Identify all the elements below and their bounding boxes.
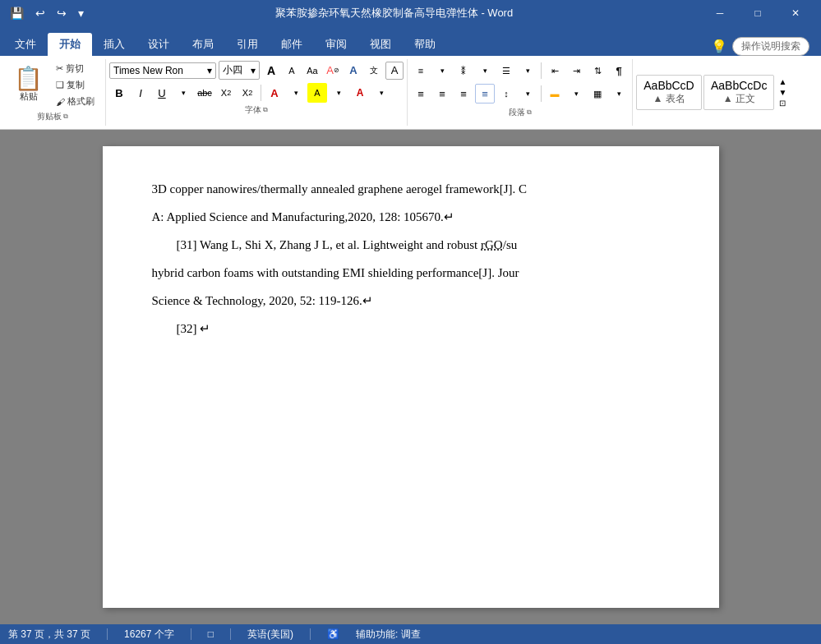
doc-line-1: 3D copper nanowires/thermally annealed g… [152, 179, 670, 199]
font-grow-button[interactable]: A [262, 62, 280, 80]
tab-help[interactable]: 帮助 [403, 33, 447, 56]
clipboard-group: 📋 粘贴 ✂ 剪切 ❑ 复制 🖌 格式刷 剪贴板 ⧉ [0, 59, 106, 126]
styles-scroll[interactable]: ▲ ▼ ⊡ [776, 77, 789, 108]
highlight-color-button[interactable]: A [307, 83, 327, 103]
styles-group: AaBbCcD ▲ 表名 AaBbCcDc ▲ 正文 ▲ ▼ ⊡ [633, 59, 792, 126]
format-painter-button[interactable]: 🖌 格式刷 [52, 94, 99, 109]
multilevel-dropdown[interactable]: ▾ [518, 61, 537, 80]
font-size-dropdown-icon: ▾ [251, 65, 256, 76]
bullets-dropdown[interactable]: ▾ [432, 61, 452, 80]
align-center-button[interactable]: ≡ [432, 84, 452, 104]
italic-button[interactable]: I [131, 83, 150, 103]
line-spacing-dropdown[interactable]: ▾ [518, 84, 537, 104]
divider-1 [261, 85, 261, 101]
justify-button[interactable]: ≡ [475, 84, 495, 104]
decrease-indent-button[interactable]: ⇤ [545, 61, 565, 80]
style-name-2: ▲ 正文 [711, 92, 767, 106]
align-left-button[interactable]: ≡ [411, 84, 431, 104]
cut-button[interactable]: ✂ 剪切 [52, 61, 99, 76]
clipboard-expand-icon[interactable]: ⧉ [63, 113, 68, 121]
paste-label: 粘贴 [20, 90, 38, 103]
paste-button[interactable]: 📋 粘贴 [7, 65, 50, 105]
paste-icon: 📋 [14, 67, 43, 90]
font-expand-icon[interactable]: ⧉ [263, 106, 268, 114]
clear-format-button[interactable]: A ⊘ [324, 62, 342, 80]
document-page[interactable]: 3D copper nanowires/thermally annealed g… [103, 146, 719, 608]
clipboard-small-buttons: ✂ 剪切 ❑ 复制 🖌 格式刷 [52, 61, 99, 109]
paragraph-group: ≡ ▾ ⁑ ▾ ☰ ▾ ⇤ ⇥ ⇅ ¶ ≡ ≡ ≡ ≡ ↕ ▾ ▬ [408, 59, 633, 126]
tab-references[interactable]: 引用 [225, 33, 270, 56]
help-search[interactable]: 操作说明搜索 [732, 37, 809, 56]
text-effects-icon: A [349, 64, 357, 76]
bold-button[interactable]: B [109, 83, 129, 103]
font-shrink-button[interactable]: A [283, 62, 301, 80]
cut-label: 剪切 [66, 62, 84, 75]
format-painter-label: 格式刷 [67, 95, 95, 108]
accessibility-icon: ♿ [327, 628, 339, 640]
scroll-up-icon: ▲ [779, 77, 787, 86]
subscript-button[interactable]: X2 [216, 83, 236, 103]
font-color-button[interactable]: A [265, 83, 284, 103]
underline-dropdown[interactable]: ▾ [173, 83, 193, 103]
shading-button[interactable]: ▬ [545, 84, 565, 104]
minimize-button[interactable]: ─ [701, 0, 739, 26]
strikethrough-button[interactable]: abc [195, 83, 214, 103]
tab-design[interactable]: 设计 [136, 33, 181, 56]
style-card-table-title[interactable]: AaBbCcD ▲ 表名 [636, 75, 702, 110]
tab-view[interactable]: 视图 [358, 33, 403, 56]
bullets-button[interactable]: ≡ [411, 61, 431, 80]
clipboard-label: 剪贴板 ⧉ [37, 111, 68, 124]
maximize-button[interactable]: □ [739, 0, 777, 26]
copy-button[interactable]: ❑ 复制 [52, 77, 99, 93]
quickaccess-dropdown[interactable]: ▾ [75, 5, 87, 21]
highlight-dropdown[interactable]: ▾ [329, 83, 348, 103]
tab-file[interactable]: 文件 [3, 33, 48, 56]
tab-insert[interactable]: 插入 [92, 33, 136, 56]
document-area: 3D copper nanowires/thermally annealed g… [0, 130, 821, 624]
doc-line-6: [32] ↵ [152, 319, 670, 338]
clear-format-icon: A [326, 64, 334, 76]
align-right-button[interactable]: ≡ [454, 84, 473, 104]
show-marks-button[interactable]: ¶ [609, 61, 629, 80]
underline-button[interactable]: U [152, 83, 172, 103]
font-border-button[interactable]: A [385, 62, 404, 80]
numbering-button[interactable]: ⁑ [454, 61, 473, 80]
border-dropdown[interactable]: ▾ [609, 84, 629, 104]
tab-mailings[interactable]: 邮件 [270, 33, 314, 56]
tab-home[interactable]: 开始 [48, 33, 92, 56]
style-card-body[interactable]: AaBbCcDc ▲ 正文 [703, 75, 774, 110]
superscript-button[interactable]: X2 [238, 83, 257, 103]
status-sep-1 [107, 628, 108, 640]
redo-button[interactable]: ↪ [53, 5, 70, 21]
save-button[interactable]: 💾 [7, 5, 27, 21]
font-name-selector[interactable]: Times New Ron ▾ [109, 62, 216, 79]
font-color-2-dropdown[interactable]: ▾ [371, 83, 391, 103]
font-size-selector[interactable]: 小四 ▾ [219, 61, 260, 80]
font-label: 字体 ⧉ [245, 104, 268, 117]
border-button[interactable]: ▦ [588, 84, 607, 104]
cut-icon: ✂ [56, 63, 63, 74]
close-button[interactable]: ✕ [777, 0, 814, 26]
sort-button[interactable]: ⇅ [588, 61, 607, 80]
increase-indent-button[interactable]: ⇥ [566, 61, 586, 80]
para-expand-icon[interactable]: ⧉ [527, 108, 532, 117]
language-info: 英语(美国) [247, 628, 293, 642]
shading-dropdown[interactable]: ▾ [566, 84, 586, 104]
chinese-layout-button[interactable]: 文 [365, 62, 383, 80]
numbering-dropdown[interactable]: ▾ [475, 61, 495, 80]
divider-2 [541, 62, 542, 79]
font-color-dropdown[interactable]: ▾ [286, 83, 306, 103]
multilevel-button[interactable]: ☰ [496, 61, 516, 80]
font-case-button[interactable]: Aa [303, 62, 321, 80]
light-icon: 💡 [711, 39, 727, 54]
style-cards: AaBbCcD ▲ 表名 AaBbCcDc ▲ 正文 ▲ ▼ ⊡ [636, 75, 789, 110]
tab-review[interactable]: 审阅 [314, 33, 358, 56]
status-bar: 第 37 页，共 37 页 16267 个字 □ 英语(美国) ♿ 辅助功能: … [0, 624, 821, 644]
font-color-2-button[interactable]: A [350, 83, 370, 103]
font-group: Times New Ron ▾ 小四 ▾ A A Aa A ⊘ A 文 A [106, 59, 408, 126]
para-row-2: ≡ ≡ ≡ ≡ ↕ ▾ ▬ ▾ ▦ ▾ [411, 84, 629, 104]
undo-button[interactable]: ↩ [32, 5, 48, 21]
line-spacing-button[interactable]: ↕ [496, 84, 516, 104]
tab-layout[interactable]: 布局 [181, 33, 225, 56]
text-effects-button[interactable]: A [344, 62, 362, 80]
